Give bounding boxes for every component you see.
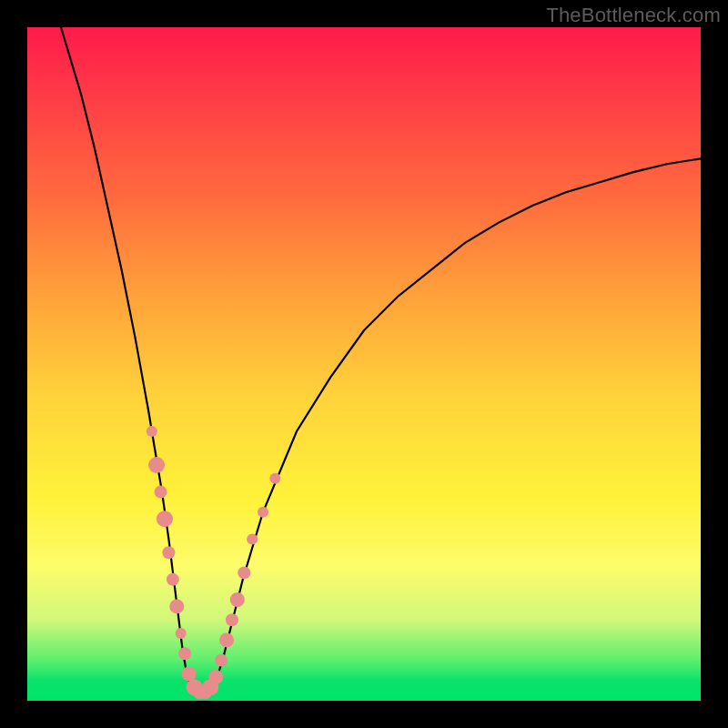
- curve-marker: [215, 654, 228, 667]
- curve-marker: [208, 670, 223, 684]
- bottleneck-curve-svg: [27, 27, 701, 701]
- curve-marker: [187, 679, 203, 695]
- curve-marker: [230, 592, 245, 607]
- curve-marker: [169, 599, 184, 613]
- curve-markers: [147, 426, 280, 699]
- curve-marker: [202, 679, 218, 695]
- curve-marker: [182, 666, 197, 681]
- curve-marker: [247, 533, 258, 544]
- curve-marker: [238, 566, 250, 579]
- watermark-text: TheBottleneck.com: [546, 4, 721, 27]
- curve-marker: [157, 511, 173, 527]
- curve-marker: [162, 546, 175, 559]
- curve-marker: [178, 647, 191, 660]
- curve-marker: [147, 426, 157, 437]
- chart-frame: TheBottleneck.com: [0, 0, 728, 728]
- curve-marker: [192, 684, 207, 699]
- curve-marker: [226, 613, 238, 626]
- curve-marker: [148, 457, 165, 473]
- curve-marker: [176, 628, 187, 639]
- curve-marker: [167, 573, 179, 586]
- curve-marker: [269, 473, 280, 484]
- curve-marker: [258, 507, 268, 518]
- curve-marker: [155, 486, 167, 499]
- plot-area: [27, 27, 701, 701]
- curve-marker: [197, 684, 212, 699]
- curve-marker: [219, 632, 234, 647]
- bottleneck-curve-path: [61, 27, 701, 693]
